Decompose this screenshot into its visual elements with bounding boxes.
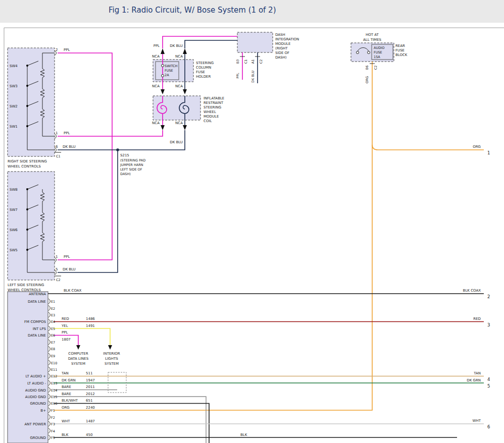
pin-bracket bbox=[48, 374, 51, 379]
figure-header: Fig 1: Radio Circuit, W/ Bose System (1 … bbox=[0, 0, 504, 23]
radio-function-label: ANT POWER bbox=[25, 422, 46, 426]
junction-dot bbox=[26, 65, 28, 67]
wire-dkblu-top bbox=[185, 40, 237, 48]
diagram-frame bbox=[4, 28, 504, 443]
pin-number: A1 bbox=[251, 60, 255, 64]
module-label: INTEGRATION bbox=[275, 37, 299, 41]
wire-dkblu-s215-branch bbox=[58, 150, 118, 272]
wire-color-label: YEL bbox=[61, 324, 68, 328]
switch-label: SW1 bbox=[10, 125, 18, 129]
pin-bracket bbox=[48, 360, 51, 365]
radio-connector-block bbox=[8, 292, 48, 443]
pin-bracket bbox=[48, 333, 51, 338]
wire-color-label: BLK bbox=[62, 433, 69, 437]
system-label: COMPUTER bbox=[68, 352, 88, 356]
pin-bracket bbox=[48, 380, 51, 385]
system-label: SYSTEM bbox=[105, 362, 119, 366]
junction-dot bbox=[26, 105, 28, 107]
pin-id: E7 bbox=[51, 341, 55, 345]
fuse-label: SWITCH bbox=[165, 64, 178, 68]
continuation-number: 2 bbox=[487, 294, 490, 299]
pin-id: F2 bbox=[51, 416, 55, 420]
fuse-terminal-icon bbox=[368, 51, 370, 54]
switch-label: SW2 bbox=[10, 104, 18, 108]
pin-bracket bbox=[48, 312, 51, 317]
pin-id: F3 bbox=[51, 422, 55, 426]
power-label: ALL TIMES bbox=[363, 38, 382, 42]
module-label: WHEEL bbox=[204, 110, 216, 114]
fuse-terminal-icon bbox=[357, 51, 359, 54]
pin-id: F4 bbox=[51, 429, 55, 433]
module-label: RESTRAINT bbox=[204, 101, 224, 105]
pin-bracket bbox=[48, 299, 51, 304]
connector-arrow-icon bbox=[183, 89, 187, 94]
pin-bracket bbox=[48, 319, 51, 324]
pin-number: 1 bbox=[56, 255, 58, 259]
wires-ppl bbox=[54, 36, 242, 345]
wire-dkblu-to-pin6 bbox=[58, 130, 185, 150]
wire-color-label: RED bbox=[473, 317, 481, 321]
power-label: HOT AT bbox=[366, 33, 379, 37]
wire-color-label: DK BLU bbox=[170, 44, 183, 48]
continuation-number: 1 bbox=[487, 150, 490, 155]
wire-color-label: TAN bbox=[473, 371, 481, 375]
wire-color-label: PPL bbox=[236, 73, 240, 79]
circuit-number: 1807 bbox=[62, 338, 71, 342]
connector-arrow-icon bbox=[161, 89, 165, 94]
figure-title: Fig 1: Radio Circuit, W/ Bose System (1 … bbox=[109, 6, 276, 15]
pin-bracket bbox=[48, 408, 51, 413]
pin-id: E16 bbox=[51, 402, 57, 406]
module-label: MODULE bbox=[275, 42, 290, 46]
wiring-diagram: SW4 SW3 SW2 SW1 2 PPL 1 PPL 6 DK BLU C1 … bbox=[0, 23, 504, 443]
connector-id-ticks bbox=[55, 57, 375, 276]
module-label: DASH) bbox=[275, 56, 287, 60]
circuit-number: 1487 bbox=[86, 419, 95, 423]
pin-bracket bbox=[48, 340, 51, 345]
wire-color-label: ORG bbox=[365, 76, 369, 84]
pin-number: 2 bbox=[56, 48, 58, 52]
pin-bracket bbox=[48, 421, 51, 426]
circuit-number: 450 bbox=[86, 433, 92, 437]
pin-id: E12 bbox=[51, 374, 57, 378]
pin-bracket bbox=[48, 435, 51, 440]
circuit-number: 1486 bbox=[86, 317, 95, 321]
fuse-label: 2A bbox=[165, 73, 169, 77]
connector-arrow-icon bbox=[161, 125, 165, 130]
pin-number: 6 bbox=[56, 145, 58, 149]
wire-color-label: DK BLU bbox=[63, 145, 76, 149]
system-label: SYSTEM bbox=[71, 362, 85, 366]
pin-id: E5 bbox=[51, 327, 55, 331]
pin-number: B3 bbox=[236, 60, 240, 64]
connector-id: C2 bbox=[56, 278, 61, 282]
pin-bracket bbox=[48, 387, 51, 393]
connector-arrows bbox=[76, 48, 187, 350]
pin-id: E14 bbox=[51, 389, 57, 393]
circuit-number: 1491 bbox=[86, 324, 95, 328]
radio-function-label: AUDIO GND bbox=[25, 389, 46, 393]
coil-module-box bbox=[153, 96, 200, 120]
wire-color-label: WHT bbox=[473, 419, 481, 423]
module-label: SIDE OF bbox=[275, 51, 289, 55]
module-label: LEFT SIDE STEERING bbox=[8, 283, 44, 287]
pin-id: E10 bbox=[51, 361, 57, 365]
radio-function-label: LT AUDIO + bbox=[26, 374, 46, 378]
circuit-number: 511 bbox=[86, 371, 92, 375]
pin-bracket bbox=[48, 326, 51, 331]
fuse-terminal-icon bbox=[162, 65, 164, 67]
module-label: RIGHT SIDE STEERING bbox=[8, 159, 47, 163]
radio-function-label: FM COMPOS bbox=[24, 320, 46, 324]
pin-id: E11 bbox=[51, 368, 57, 372]
nca-label: NCA bbox=[175, 54, 183, 59]
wire-color-label: ORG bbox=[473, 145, 481, 149]
pin-id: F5 bbox=[51, 436, 55, 440]
pin-number: 1 bbox=[56, 131, 58, 135]
splice-note: LEFT SIDE OF bbox=[120, 168, 142, 172]
system-label: LIGHTS bbox=[105, 357, 118, 361]
radio-function-label: GROUND bbox=[30, 402, 46, 406]
fuse-label: FUSE bbox=[374, 50, 382, 54]
fuse-label: 15A bbox=[374, 55, 380, 59]
switch-label: SW4 bbox=[10, 64, 18, 68]
splice-note: JUMPER HARN bbox=[120, 163, 143, 167]
module-label: (RIGHT bbox=[275, 46, 288, 50]
pin-bracket bbox=[48, 347, 51, 352]
